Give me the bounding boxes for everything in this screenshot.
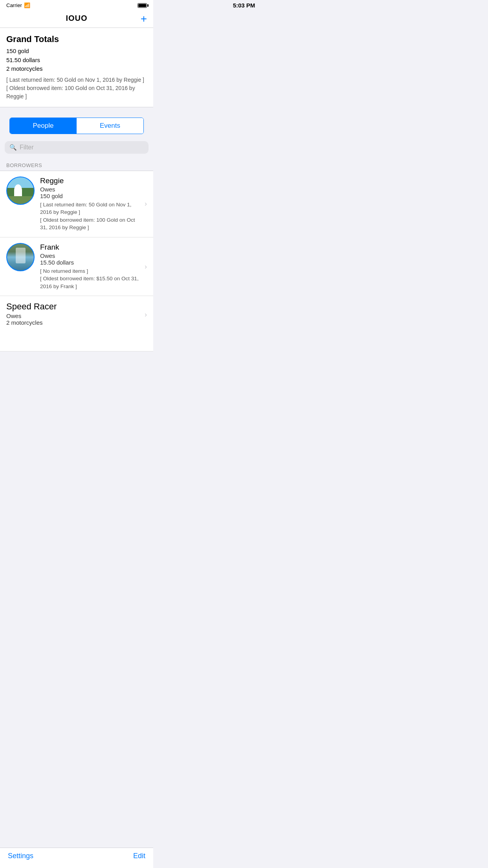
grand-totals-dollars: 51.50 dollars: [6, 56, 147, 65]
borrower-item-reggie[interactable]: Reggie Owes 150 gold [ Last returned ite…: [0, 171, 153, 237]
filter-placeholder: Filter: [20, 144, 34, 151]
battery-indicator: [138, 3, 147, 8]
grand-totals-note-1: [ Oldest borrowed item: 100 Gold on Oct …: [6, 84, 147, 101]
add-button[interactable]: +: [141, 13, 147, 24]
borrower-amount-speed-racer: 2 motorcycles: [6, 319, 141, 326]
chevron-icon-frank: ›: [145, 263, 147, 271]
grand-totals-gold: 150 gold: [6, 47, 147, 56]
borrower-item-frank[interactable]: Frank Owes 15.50 dollars [ No returned i…: [0, 237, 153, 296]
chevron-icon-speed-racer: ›: [145, 311, 147, 319]
borrower-note-reggie-1: [ Oldest borrowed item: 100 Gold on Oct …: [40, 216, 141, 232]
borrower-owes-speed-racer: Owes: [6, 313, 141, 319]
borrower-amount-frank: 15.50 dollars: [40, 259, 141, 266]
edit-button[interactable]: Edit: [133, 852, 145, 860]
settings-button[interactable]: Settings: [8, 852, 33, 860]
battery-icon: [138, 3, 147, 8]
borrowers-section-header: BORROWERS: [0, 158, 153, 171]
filter-bar[interactable]: 🔍 Filter: [5, 141, 149, 154]
borrower-name-frank: Frank: [40, 243, 141, 252]
nav-bar: IOUO +: [0, 10, 153, 28]
chevron-icon-reggie: ›: [145, 200, 147, 208]
avatar-frank: [6, 243, 35, 271]
nav-title: IOUO: [66, 14, 87, 23]
bottom-toolbar: Settings Edit: [0, 848, 153, 868]
grand-totals-title: Grand Totals: [6, 34, 147, 44]
borrower-list: Reggie Owes 150 gold [ Last returned ite…: [0, 171, 153, 352]
borrower-notes-reggie: [ Last returned item: 50 Gold on Nov 1, …: [40, 201, 141, 232]
grand-totals-motorcycles: 2 motorcycles: [6, 64, 147, 74]
borrower-owes-reggie: Owes: [40, 186, 141, 193]
borrower-note-frank-1: [ Oldest borrowed item: $15.50 on Oct 31…: [40, 275, 141, 290]
borrower-info-frank: Frank Owes 15.50 dollars [ No returned i…: [40, 243, 141, 291]
avatar-reggie: [6, 177, 35, 205]
status-left: Carrier 📶: [6, 2, 30, 8]
grand-totals-note-0: [ Last returned item: 50 Gold on Nov 1, …: [6, 76, 147, 84]
borrower-note-reggie-0: [ Last returned item: 50 Gold on Nov 1, …: [40, 201, 141, 216]
borrower-note-frank-0: [ No returned items ]: [40, 267, 141, 275]
borrower-item-speed-racer[interactable]: Speed Racer Owes 2 motorcycles ›: [0, 296, 153, 351]
grand-totals-section: Grand Totals 150 gold 51.50 dollars 2 mo…: [0, 28, 153, 107]
borrower-info-speed-racer: Speed Racer Owes 2 motorcycles: [6, 302, 141, 327]
segment-control: People Events: [9, 118, 144, 134]
borrower-amount-reggie: 150 gold: [40, 193, 141, 199]
borrower-notes-frank: [ No returned items ] [ Oldest borrowed …: [40, 267, 141, 291]
segment-events[interactable]: Events: [77, 118, 143, 134]
borrower-info-reggie: Reggie Owes 150 gold [ Last returned ite…: [40, 177, 141, 232]
wifi-icon: 📶: [24, 2, 30, 8]
status-bar: Carrier 📶 5:03 PM: [0, 0, 153, 10]
carrier-label: Carrier: [6, 2, 22, 8]
borrower-owes-frank: Owes: [40, 252, 141, 259]
borrower-name-reggie: Reggie: [40, 177, 141, 185]
segment-people[interactable]: People: [10, 118, 77, 134]
search-icon: 🔍: [9, 144, 17, 151]
borrower-name-speed-racer: Speed Racer: [6, 302, 141, 312]
